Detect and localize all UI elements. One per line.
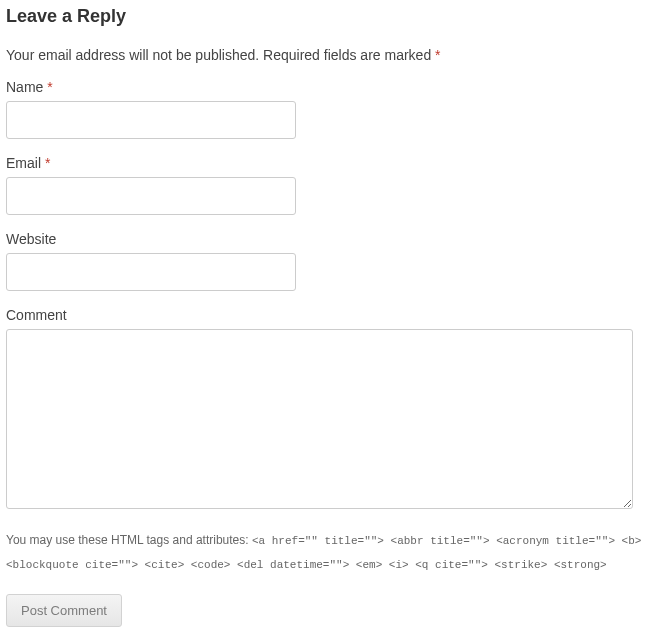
email-label: Email * [6,155,647,171]
email-field-group: Email * [6,155,647,215]
email-required-asterisk: * [45,155,50,171]
website-input[interactable] [6,253,296,291]
email-input[interactable] [6,177,296,215]
reply-heading: Leave a Reply [6,6,647,27]
name-field-group: Name * [6,79,647,139]
name-label: Name * [6,79,647,95]
email-label-text: Email [6,155,45,171]
name-required-asterisk: * [47,79,52,95]
notes-text-1: Your email address will not be published… [6,47,259,63]
allowed-tags-note: You may use these HTML tags and attribut… [6,528,647,576]
website-field-group: Website [6,231,647,291]
comment-textarea[interactable] [6,329,633,509]
post-comment-button[interactable]: Post Comment [6,594,122,627]
website-label: Website [6,231,647,247]
comment-label: Comment [6,307,647,323]
allowed-tags-prefix: You may use these HTML tags and attribut… [6,533,252,547]
notes-text-2: Required fields are marked [259,47,435,63]
required-asterisk: * [435,47,440,63]
comment-notes: Your email address will not be published… [6,47,647,63]
comment-field-group: Comment [6,307,647,512]
name-label-text: Name [6,79,47,95]
name-input[interactable] [6,101,296,139]
